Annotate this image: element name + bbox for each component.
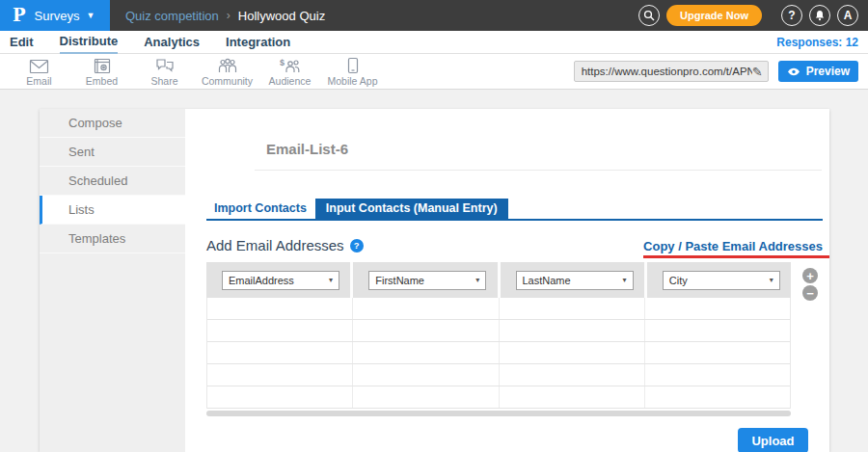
table-row bbox=[207, 364, 790, 386]
table-row bbox=[207, 298, 790, 320]
email-sidebar: Compose Sent Scheduled Lists Templates bbox=[40, 109, 185, 452]
questionpro-logo: P bbox=[13, 7, 26, 25]
breadcrumb-parent[interactable]: Quiz competition bbox=[125, 9, 219, 23]
toolbar-item-email[interactable]: Email bbox=[8, 56, 70, 87]
contacts-table-body bbox=[206, 298, 791, 409]
table-cell[interactable] bbox=[207, 342, 353, 363]
email-panel: Compose Sent Scheduled Lists Templates E… bbox=[40, 109, 829, 452]
table-cell[interactable] bbox=[500, 386, 645, 408]
survey-url-box: ✎ bbox=[574, 61, 769, 82]
help-button[interactable]: ? bbox=[781, 5, 802, 26]
notifications-bell-icon[interactable] bbox=[809, 5, 830, 26]
breadcrumb: Quiz competition › Hollywood Quiz bbox=[125, 9, 325, 23]
toolbar-item-share[interactable]: Share bbox=[133, 56, 196, 87]
search-icon[interactable] bbox=[638, 5, 660, 26]
sidebar-item-scheduled[interactable]: Scheduled bbox=[40, 167, 185, 196]
survey-url-input[interactable] bbox=[582, 66, 752, 77]
table-cell[interactable] bbox=[207, 386, 353, 408]
sidebar-item-sent[interactable]: Sent bbox=[40, 138, 185, 167]
table-cell[interactable] bbox=[645, 320, 790, 341]
table-cell[interactable] bbox=[353, 298, 499, 319]
tab-import-contacts[interactable]: Import Contacts bbox=[206, 199, 315, 219]
toolbar-item-label: Mobile App bbox=[328, 75, 378, 87]
chevron-down-icon: ▾ bbox=[770, 276, 773, 284]
preview-button[interactable]: Preview bbox=[778, 61, 858, 82]
toolbar-item-label: Share bbox=[150, 75, 177, 87]
account-avatar[interactable]: A bbox=[837, 5, 858, 26]
chevron-down-icon: ▾ bbox=[622, 276, 626, 284]
audience-icon: $ bbox=[280, 56, 301, 74]
community-icon bbox=[217, 56, 238, 74]
preview-label: Preview bbox=[806, 65, 850, 78]
product-menu-label: Surveys bbox=[35, 9, 80, 23]
header-cell: FirstName ▾ bbox=[353, 262, 500, 298]
title-divider bbox=[255, 170, 822, 171]
edit-url-pencil-icon[interactable]: ✎ bbox=[752, 65, 763, 79]
table-cell[interactable] bbox=[645, 342, 790, 363]
tab-integration[interactable]: Integration bbox=[226, 32, 290, 53]
toolbar-item-embed[interactable]: Embed bbox=[70, 56, 133, 87]
table-cell[interactable] bbox=[645, 364, 790, 386]
contacts-tabs: Import Contacts Input Contacts (Manual E… bbox=[206, 199, 823, 221]
chevron-down-icon: ▾ bbox=[475, 276, 479, 284]
remove-column-button[interactable]: − bbox=[802, 285, 818, 301]
column-select-city[interactable]: City ▾ bbox=[663, 271, 780, 290]
table-cell[interactable] bbox=[353, 364, 499, 386]
toolbar-item-community[interactable]: Community bbox=[196, 56, 258, 87]
survey-nav: Edit Distribute Analytics Integration Re… bbox=[0, 31, 868, 54]
table-cell[interactable] bbox=[500, 298, 645, 319]
sidebar-item-templates[interactable]: Templates bbox=[40, 225, 185, 253]
responses-count[interactable]: Responses: 12 bbox=[776, 36, 858, 49]
toolbar-item-label: Embed bbox=[86, 75, 118, 87]
distribute-toolbar: Email Embed Share Community $ Audience M… bbox=[0, 54, 868, 90]
table-row bbox=[207, 320, 790, 342]
table-cell[interactable] bbox=[645, 298, 790, 319]
table-cell[interactable] bbox=[353, 320, 499, 341]
table-cell[interactable] bbox=[353, 386, 499, 408]
breadcrumb-current: Hollywood Quiz bbox=[238, 9, 325, 23]
copy-paste-email-link[interactable]: Copy / Paste Email Addresses bbox=[643, 239, 823, 253]
header-cell: City ▾ bbox=[647, 262, 791, 298]
tab-distribute[interactable]: Distribute bbox=[60, 31, 119, 54]
sidebar-item-lists[interactable]: Lists bbox=[40, 196, 185, 225]
list-detail-panel: Email-List-6 Import Contacts Input Conta… bbox=[185, 109, 829, 452]
table-cell[interactable] bbox=[500, 342, 645, 363]
upload-button[interactable]: Upload bbox=[738, 428, 808, 452]
upgrade-button[interactable]: Upgrade Now bbox=[666, 5, 762, 26]
chevron-down-icon: ▾ bbox=[329, 276, 333, 284]
header-cell: LastName ▾ bbox=[501, 262, 647, 298]
breadcrumb-separator-icon: › bbox=[227, 9, 231, 22]
sidebar-item-compose[interactable]: Compose bbox=[40, 109, 185, 138]
product-switcher[interactable]: P Surveys ▼ bbox=[0, 0, 110, 31]
contacts-table-header: EmailAddress ▾ FirstName ▾ bbox=[206, 262, 791, 298]
table-cell[interactable] bbox=[207, 364, 353, 386]
add-email-addresses-heading: Add Email Addresses ? bbox=[206, 237, 364, 253]
tab-edit[interactable]: Edit bbox=[10, 32, 34, 53]
chevron-down-icon: ▼ bbox=[87, 11, 95, 20]
top-header: P Surveys ▼ Quiz competition › Hollywood… bbox=[0, 0, 868, 31]
content-area: Compose Sent Scheduled Lists Templates E… bbox=[0, 90, 868, 452]
tab-analytics[interactable]: Analytics bbox=[144, 32, 200, 53]
table-cell[interactable] bbox=[207, 298, 353, 319]
help-icon[interactable]: ? bbox=[350, 239, 364, 253]
header-cell: EmailAddress ▾ bbox=[206, 262, 353, 298]
table-cell[interactable] bbox=[353, 342, 499, 363]
column-select-lastname[interactable]: LastName ▾ bbox=[516, 271, 634, 290]
table-cell[interactable] bbox=[207, 320, 353, 341]
toolbar-item-mobile-app[interactable]: Mobile App bbox=[321, 56, 384, 87]
add-column-button[interactable]: + bbox=[802, 268, 818, 283]
column-select-firstname[interactable]: FirstName ▾ bbox=[368, 271, 486, 290]
column-select-emailaddress[interactable]: EmailAddress ▾ bbox=[222, 271, 339, 290]
toolbar-item-label: Email bbox=[26, 75, 51, 87]
table-cell[interactable] bbox=[500, 364, 645, 386]
table-cell[interactable] bbox=[500, 320, 645, 341]
table-cell[interactable] bbox=[645, 386, 790, 408]
header-actions: Upgrade Now ? A bbox=[638, 5, 868, 26]
email-icon bbox=[29, 56, 49, 74]
embed-icon bbox=[94, 56, 111, 74]
svg-text:$: $ bbox=[280, 58, 285, 67]
horizontal-scrollbar[interactable] bbox=[206, 411, 791, 416]
toolbar-item-audience[interactable]: $ Audience bbox=[258, 56, 321, 87]
tab-input-contacts-manual[interactable]: Input Contacts (Manual Entry) bbox=[315, 199, 508, 219]
toolbar-item-label: Community bbox=[202, 75, 253, 87]
